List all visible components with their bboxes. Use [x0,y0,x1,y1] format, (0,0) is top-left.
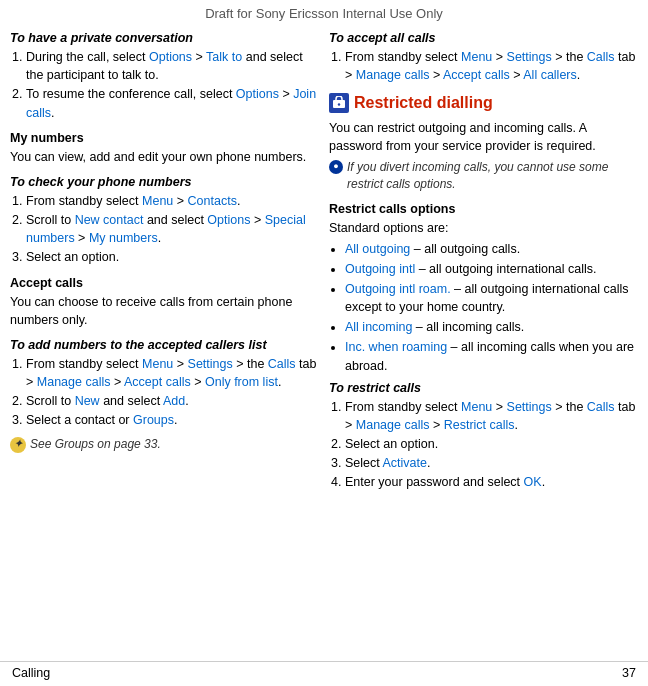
restricted-dialling-heading: Restricted dialling [329,91,638,114]
header-title: Draft for Sony Ericsson Internal Use Onl… [0,0,648,25]
settings-link: Settings [188,357,233,371]
restricted-dialling-title: Restricted dialling [354,91,493,114]
add-numbers-steps: From standby select Menu > Settings > th… [10,355,319,430]
list-item: From standby select Menu > Contacts. [26,192,319,210]
list-item: Inc. when roaming – all incoming calls w… [345,338,638,374]
right-column: To accept all calls From standby select … [329,25,638,659]
warning-icon: ● [329,160,343,174]
private-conversation-title: To have a private conversation [10,29,319,47]
tip-box: ✦ See Groups on page 33. [10,436,319,453]
acceptcalls2-link: Accept calls [443,68,510,82]
accept-calls-title: Accept calls [10,274,319,292]
list-item: All outgoing – all outgoing calls. [345,240,638,258]
calls-tab2-link: Calls [587,50,615,64]
outgoing-intl-roam-link: Outgoing intl roam. [345,282,451,296]
talkto-link: Talk to [206,50,242,64]
restricted-dialling-body: You can restrict outgoing and incoming c… [329,119,638,155]
check-phone-numbers-steps: From standby select Menu > Contacts. Scr… [10,192,319,267]
add-numbers-section: To add numbers to the accepted callers l… [10,336,319,430]
add-numbers-title: To add numbers to the accepted callers l… [10,336,319,354]
list-item: All incoming – all incoming calls. [345,318,638,336]
list-item: Scroll to New contact and select Options… [26,211,319,247]
restrict-calls-options-section: Restrict calls options Standard options … [329,200,638,375]
accept-all-calls-steps: From standby select Menu > Settings > th… [329,48,638,84]
tip-icon: ✦ [10,437,26,453]
list-item: Outgoing intl – all outgoing internation… [345,260,638,278]
options-link: Options [149,50,192,64]
restrict-calls-options-list: All outgoing – all outgoing calls. Outgo… [329,240,638,375]
private-conversation-steps: During the call, select Options > Talk t… [10,48,319,122]
settings3-link: Settings [507,400,552,414]
menu2-link: Menu [142,357,173,371]
list-item: During the call, select Options > Talk t… [26,48,319,84]
list-item: Select a contact or Groups. [26,411,319,429]
options2-link: Options [236,87,279,101]
main-content: To have a private conversation During th… [0,25,648,659]
list-item: From standby select Menu > Settings > th… [345,48,638,84]
menu4-link: Menu [461,400,492,414]
list-item: Scroll to New and select Add. [26,392,319,410]
list-item: From standby select Menu > Settings > th… [345,398,638,434]
acceptcalls-link: Accept calls [124,375,191,389]
all-incoming-link: All incoming [345,320,412,334]
list-item: Enter your password and select OK. [345,473,638,491]
page-footer: Calling 37 [0,661,648,684]
list-item: Select an option. [26,248,319,266]
inc-when-roaming-link: Inc. when roaming [345,340,447,354]
new-link: New [75,394,100,408]
to-restrict-calls-title: To restrict calls [329,379,638,397]
list-item: Select Activate. [345,454,638,472]
footer-right: 37 [622,666,636,680]
all-outgoing-link: All outgoing [345,242,410,256]
mynumbers-link: My numbers [89,231,158,245]
my-numbers-section: My numbers You can view, add and edit yo… [10,129,319,166]
to-restrict-calls-steps: From standby select Menu > Settings > th… [329,398,638,492]
managecalls-link: Manage calls [37,375,111,389]
menu3-link: Menu [461,50,492,64]
calls-tab3-link: Calls [587,400,615,414]
contacts-link: Contacts [188,194,237,208]
accept-all-calls-section: To accept all calls From standby select … [329,29,638,84]
ok-link: OK [524,475,542,489]
list-item: From standby select Menu > Settings > th… [26,355,319,391]
my-numbers-body: You can view, add and edit your own phon… [10,148,319,166]
add-link: Add [163,394,185,408]
activate-link: Activate [383,456,427,470]
warning-text: If you divert incoming calls, you cannot… [347,159,638,194]
restrictcalls-link: Restrict calls [444,418,515,432]
check-phone-numbers-title: To check your phone numbers [10,173,319,191]
private-conversation-section: To have a private conversation During th… [10,29,319,122]
restrict-calls-options-subtitle: Standard options are: [329,219,638,237]
options3-link: Options [207,213,250,227]
managecalls2-link: Manage calls [356,68,430,82]
restricted-dialling-icon [329,93,349,113]
onlyfromlist-link: Only from list [205,375,278,389]
check-phone-numbers-section: To check your phone numbers From standby… [10,173,319,267]
page-header: Draft for Sony Ericsson Internal Use Onl… [0,0,648,25]
settings2-link: Settings [507,50,552,64]
svg-point-1 [338,103,340,105]
calls-tab-link: Calls [268,357,296,371]
restrict-calls-options-title: Restrict calls options [329,200,638,218]
list-item: To resume the conference call, select Op… [26,85,319,121]
restricted-svg [332,96,346,110]
allcallers-link: All callers [523,68,577,82]
newcontact-link: New contact [75,213,144,227]
warning-box: ● If you divert incoming calls, you cann… [329,159,638,194]
my-numbers-title: My numbers [10,129,319,147]
groups-link: Groups [133,413,174,427]
left-column: To have a private conversation During th… [10,25,319,659]
accept-all-calls-title: To accept all calls [329,29,638,47]
list-item: Outgoing intl roam. – all outgoing inter… [345,280,638,316]
to-restrict-calls-section: To restrict calls From standby select Me… [329,379,638,492]
tip-text: See Groups on page 33. [30,436,161,453]
accept-calls-section: Accept calls You can choose to receive c… [10,274,319,329]
specialnumbers-link: Special numbers [26,213,306,245]
outgoing-intl-link: Outgoing intl [345,262,415,276]
managecalls3-link: Manage calls [356,418,430,432]
accept-calls-body: You can choose to receive calls from cer… [10,293,319,329]
menu-link: Menu [142,194,173,208]
footer-left: Calling [12,666,50,680]
list-item: Select an option. [345,435,638,453]
